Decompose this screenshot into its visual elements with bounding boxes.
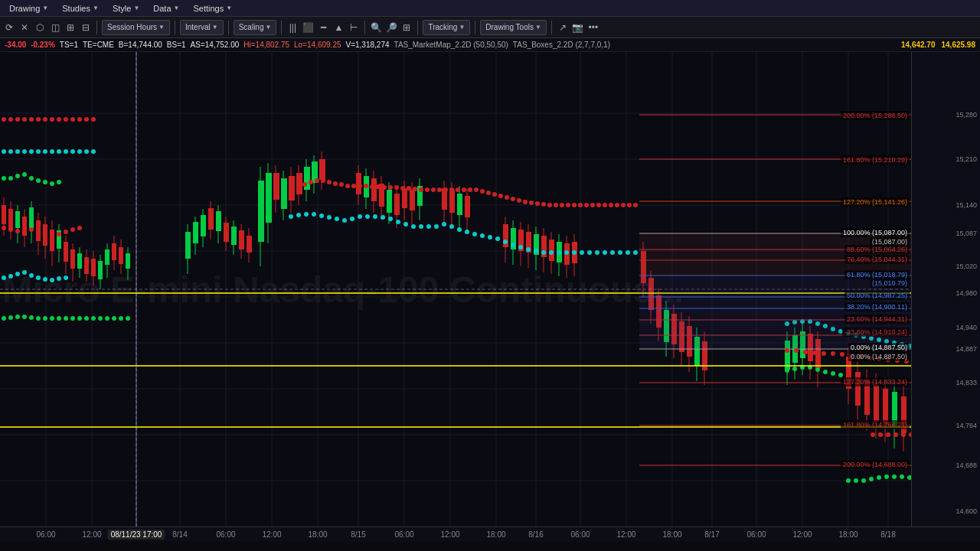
svg-point-347 [449, 224, 454, 229]
svg-point-276 [333, 181, 338, 186]
svg-point-334 [350, 217, 354, 221]
svg-point-343 [419, 224, 423, 229]
svg-point-292 [431, 187, 436, 192]
time-label-17: 06:00 [746, 530, 766, 539]
svg-point-327 [296, 213, 301, 217]
toolbar-icon-4[interactable]: ◫ [49, 21, 61, 34]
svg-rect-83 [239, 230, 244, 249]
svg-point-356 [518, 245, 523, 249]
svg-point-232 [22, 230, 27, 235]
svg-point-234 [36, 232, 41, 236]
toolbar-icon-5[interactable]: ⊞ [64, 21, 77, 34]
svg-point-427 [785, 348, 789, 353]
time-label-3: 08/11/23 17:00 [108, 530, 165, 540]
sep-7 [475, 21, 475, 34]
svg-rect-66 [126, 253, 130, 269]
svg-rect-62 [112, 243, 116, 260]
svg-point-365 [587, 250, 592, 255]
svg-point-195 [22, 117, 27, 122]
svg-point-268 [119, 316, 123, 321]
svg-rect-119 [410, 190, 415, 210]
svg-point-336 [365, 214, 370, 219]
svg-point-352 [488, 235, 492, 240]
svg-point-203 [77, 117, 82, 122]
toolbar-icon-2[interactable]: ✕ [18, 21, 31, 34]
svg-point-275 [327, 180, 332, 184]
tracking-btn[interactable]: Tracking ▼ [423, 20, 470, 35]
svg-point-216 [70, 149, 75, 154]
svg-rect-54 [84, 257, 89, 274]
svg-point-194 [15, 117, 20, 122]
svg-point-240 [77, 226, 82, 230]
fib-label-200-lower: 200.00% (14,688.00) [841, 460, 910, 469]
grid-icon[interactable]: ⊞ [400, 21, 413, 34]
svg-point-371 [633, 250, 638, 255]
more-icon[interactable]: ••• [587, 21, 599, 34]
toolbar-icon-6[interactable]: ⊟ [80, 21, 92, 34]
svg-point-256 [36, 316, 41, 321]
svg-point-341 [403, 222, 408, 227]
svg-point-325 [633, 203, 638, 207]
svg-point-224 [29, 176, 34, 181]
time-label-2: 12:00 [82, 530, 101, 539]
menu-style[interactable]: Style ▼ [106, 2, 145, 15]
time-label-5: 06:00 [216, 530, 235, 539]
scaling-btn[interactable]: Scaling ▼ [234, 20, 277, 35]
chart-type-bars[interactable]: ||| [286, 21, 299, 34]
camera-icon[interactable]: 📷 [572, 21, 584, 34]
svg-point-320 [603, 203, 607, 207]
time-label-10: 12:00 [440, 530, 459, 539]
svg-rect-117 [402, 188, 407, 208]
chart-type-candles[interactable]: ⬛ [302, 21, 314, 34]
menu-drawing[interactable]: Drawing ▼ [3, 2, 54, 15]
toolbar-icon-3[interactable]: ⬡ [34, 21, 46, 34]
svg-point-235 [43, 233, 47, 238]
menu-bar: Drawing ▼ Studies ▼ Style ▼ Data ▼ Setti… [0, 0, 980, 17]
chart-type-tick[interactable]: ⊢ [348, 21, 360, 34]
as-label: AS=14,752.00 [191, 41, 240, 49]
price-tick-5: 15,020 [956, 262, 977, 270]
svg-point-279 [351, 184, 356, 188]
svg-point-444 [869, 477, 874, 481]
time-label-4: 8/14 [172, 530, 187, 539]
sep-6 [417, 21, 418, 34]
chart-container[interactable]: Micro E-mini Nasdaq-100 Continuous... [0, 52, 980, 527]
chart-type-area[interactable]: ▲ [332, 21, 345, 34]
chart-type-line[interactable]: ━ [317, 21, 329, 34]
svg-point-261 [70, 316, 75, 321]
svg-point-243 [15, 272, 20, 276]
svg-rect-127 [457, 194, 462, 215]
svg-point-335 [358, 214, 362, 219]
zoom-out-icon[interactable]: 🔍 [370, 21, 382, 34]
svg-point-249 [57, 276, 61, 281]
svg-point-295 [449, 187, 454, 192]
svg-point-401 [901, 432, 906, 437]
share-icon[interactable]: ↗ [557, 21, 569, 34]
interval-btn[interactable]: Interval ▼ [180, 20, 224, 35]
session-hours-btn[interactable]: Session Hours ▼ [102, 20, 170, 35]
sep-5 [364, 21, 365, 34]
svg-point-298 [468, 187, 472, 192]
menu-data[interactable]: Data ▼ [147, 2, 185, 15]
svg-point-283 [376, 184, 381, 189]
svg-point-333 [342, 218, 347, 223]
svg-point-389 [785, 368, 789, 373]
zoom-in-icon[interactable]: 🔎 [385, 21, 397, 34]
svg-point-202 [70, 117, 75, 122]
settings-arrow: ▼ [226, 5, 232, 11]
toolbar-icon-1[interactable]: ⟳ [3, 21, 15, 34]
svg-point-400 [893, 432, 898, 437]
svg-point-274 [321, 178, 325, 183]
drawing-tools-btn[interactable]: Drawing Tools ▼ [480, 20, 547, 35]
menu-settings[interactable]: Settings ▼ [187, 2, 238, 15]
svg-point-321 [609, 203, 613, 207]
svg-point-443 [861, 478, 866, 483]
svg-point-354 [503, 240, 508, 244]
menu-studies[interactable]: Studies ▼ [56, 2, 105, 15]
sep-3 [228, 21, 229, 34]
fib-label-23: 23.60% (14,944.31) [844, 315, 910, 324]
svg-point-330 [319, 214, 324, 218]
symbol-label: -34.00 -0.23% [5, 41, 55, 49]
svg-point-429 [803, 350, 808, 354]
svg-point-357 [526, 247, 531, 252]
